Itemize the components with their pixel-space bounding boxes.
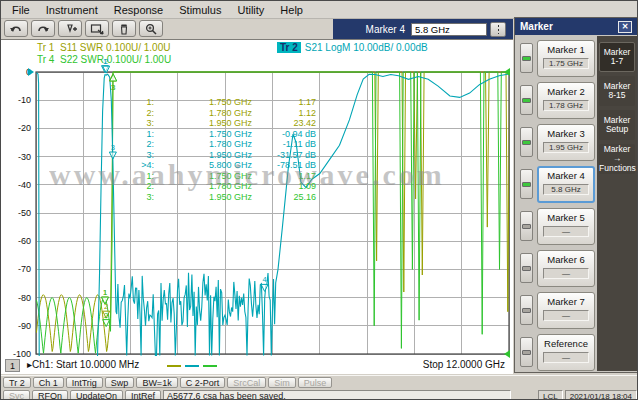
marker-table-cell: 5.800 GHz (154, 160, 252, 171)
marker-table-cell: 2: (128, 108, 154, 119)
menu-item-stimulus[interactable]: Stimulus (171, 3, 229, 17)
menu-item-utility[interactable]: Utility (229, 3, 272, 17)
y-axis-tick: -40 (18, 180, 31, 190)
status-button-swp[interactable]: Swp (105, 377, 135, 388)
status-button-ch-1[interactable]: Ch 1 (33, 377, 64, 388)
marker-button-marker-2[interactable]: Marker 21.78 GHz (537, 82, 595, 119)
graticule-plot: 0-10-20-30-40-50-60-70-80-90-10012341231… (1, 40, 513, 375)
marker-button-value: — (543, 226, 589, 237)
trace-marker-number: 3 (111, 143, 115, 152)
y-axis-tick: -10 (18, 95, 31, 105)
marker-table-cell: 1.12 (252, 108, 316, 119)
status-button-inttrig[interactable]: IntTrig (66, 377, 103, 388)
marker-led-toggle-8[interactable] (520, 337, 533, 367)
marker-table-cell: -0.94 dB (252, 129, 316, 140)
tab-label: Marker → (599, 145, 635, 164)
marker-panel-title: Marker (520, 21, 553, 32)
led-off-icon (522, 266, 531, 271)
marker-entry-label: Marker 4 (333, 24, 405, 35)
marker-table-row: 2:1.780 GHz1.12 (128, 108, 316, 119)
marker-button-label: Marker 3 (538, 128, 594, 139)
marker-frequency-input[interactable] (411, 23, 487, 36)
system-status-bar: SvcRFOnUpdateOnIntRef A5677.6 csa has be… (1, 389, 638, 400)
y-axis-tick: -20 (18, 123, 31, 133)
keypad-button[interactable] (490, 22, 506, 37)
marker-button-label: Marker 1 (538, 44, 594, 55)
marker-led-toggle-3[interactable] (520, 127, 533, 157)
y-axis-tick: -80 (18, 293, 31, 303)
marker-button-marker-3[interactable]: Marker 31.95 GHz (537, 124, 595, 161)
marker-table-row: 2:1.780 GHz1.09 (128, 181, 316, 192)
status-button-rfon[interactable]: RFOn (32, 390, 68, 400)
marker-button-marker-1[interactable]: Marker 11.75 GHz (537, 40, 595, 77)
delete-button[interactable] (112, 20, 136, 37)
tab-label: 8-15 (599, 91, 635, 101)
undo-icon (9, 23, 23, 35)
status-button-tr-2[interactable]: Tr 2 (3, 377, 31, 388)
status-button-intref[interactable]: IntRef (125, 390, 161, 400)
marker-led-toggle-2[interactable] (520, 85, 533, 115)
marker-table-row: >4:5.800 GHz-78.51 dB (128, 160, 316, 171)
channel-status-bar: Tr 2Ch 1IntTrigSwpBW=1kC 2-PortSrcCalSim… (1, 375, 638, 389)
keypad-icon (497, 24, 499, 34)
marker-button-marker-5[interactable]: Marker 5— (537, 208, 595, 245)
marker-led-toggle-5[interactable] (520, 211, 533, 241)
marker-table-cell: 1.09 (252, 181, 316, 192)
marker-button-value: 1.75 GHz (543, 58, 589, 69)
marker-table-cell: 1.17 (252, 97, 316, 108)
status-button-bw-1k[interactable]: BW=1k (136, 377, 177, 388)
marker-button-marker-7[interactable]: Marker 7— (537, 292, 595, 329)
trace-marker-glyph (109, 152, 116, 159)
marker-table-cell: 3: (128, 150, 154, 161)
trace2-legend-dash (185, 365, 199, 367)
tab-marker-8-15[interactable]: Marker8-15 (599, 76, 635, 106)
tab-marker-functions[interactable]: Marker →Functions (599, 144, 635, 174)
menu-item-file[interactable]: File (4, 3, 38, 17)
marker-button-value: 5.8 GHz (543, 184, 589, 195)
marker-table-row: 1:1.750 GHz1.17 (128, 97, 316, 108)
marker-led-toggle-7[interactable] (520, 295, 533, 325)
led-on-icon (522, 98, 531, 103)
marker-table-row: 2:1.780 GHz-1.11 dB (128, 139, 316, 150)
trace-marker-number: 1 (103, 288, 107, 297)
marker-button-label: Marker 6 (538, 254, 594, 265)
marker-table-cell: 1.950 GHz (154, 118, 252, 129)
sweep-start-label: ▸Ch1: Start 10.0000 MHz (27, 359, 139, 370)
marker-led-toggle-6[interactable] (520, 253, 533, 283)
marker-button-marker-4[interactable]: Marker 45.8 GHz (537, 166, 595, 203)
status-button-updateon[interactable]: UpdateOn (70, 390, 123, 400)
screenshot-button[interactable] (85, 20, 109, 37)
marker-panel: Marker ✕ Marker1-7Marker8-15MarkerSetupM… (514, 17, 638, 373)
tab-marker-1-7[interactable]: Marker1-7 (599, 42, 635, 72)
marker-button-reference[interactable]: Reference— (537, 334, 595, 371)
menu-item-response[interactable]: Response (106, 3, 172, 17)
redo-button[interactable] (31, 20, 55, 37)
status-button-pulse: Pulse (298, 377, 333, 388)
marker-table-row: 1:1.750 GHz1.17 (128, 171, 316, 182)
datetime-indicator: 2021/01/18 18:04 (565, 390, 637, 400)
toolbar-buttons (4, 20, 163, 37)
undo-button[interactable] (4, 20, 28, 37)
menu-item-instrument[interactable]: Instrument (38, 3, 106, 17)
marker-led-toggle-1[interactable] (520, 43, 533, 73)
marker-table-cell: -1.11 dB (252, 139, 316, 150)
zoom-icon (144, 23, 158, 35)
marker-table-row: 1:1.750 GHz-0.94 dB (128, 129, 316, 140)
marker-panel-titlebar[interactable]: Marker ✕ (515, 18, 637, 35)
tab-marker-setup[interactable]: MarkerSetup (599, 110, 635, 140)
trace-marker-number: 2 (104, 57, 108, 66)
menu-item-help[interactable]: Help (272, 3, 311, 17)
led-off-icon (522, 224, 531, 229)
screenshot-icon (90, 23, 104, 35)
marker-button-marker-6[interactable]: Marker 6— (537, 250, 595, 287)
marker-table-cell: 3: (128, 192, 154, 203)
zoom-button[interactable] (139, 20, 163, 37)
close-icon[interactable]: ✕ (618, 21, 632, 33)
marker-table-cell: 1.750 GHz (154, 129, 252, 140)
marker-led-toggle-4[interactable] (520, 169, 533, 199)
marker-add-button[interactable] (58, 20, 82, 37)
status-button-c-2-port[interactable]: C 2-Port (180, 377, 226, 388)
marker-table-cell: >4: (128, 160, 154, 171)
trace4-legend-dash (203, 365, 217, 367)
status-button-srccal: SrcCal (227, 377, 266, 388)
